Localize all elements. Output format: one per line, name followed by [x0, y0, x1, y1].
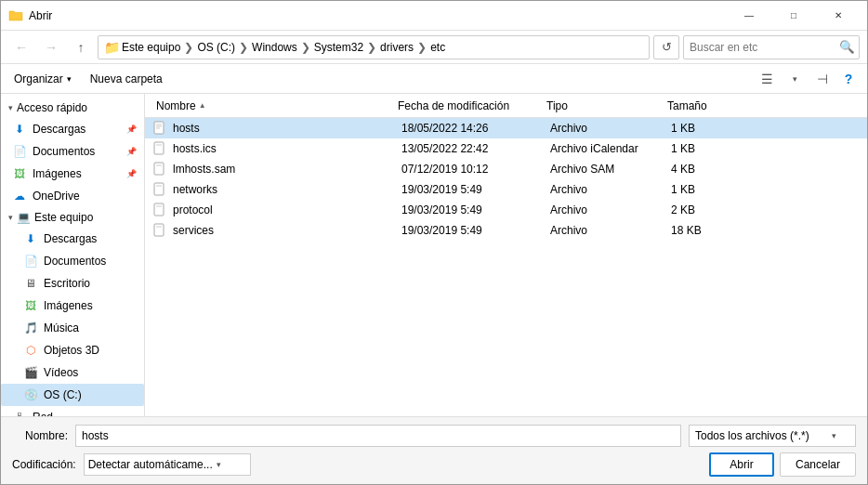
3d-icon: ⬡: [23, 343, 38, 358]
table-row[interactable]: networks 19/03/2019 5:49 Archivo 1 KB: [145, 179, 867, 200]
column-date[interactable]: Fecha de modificación: [394, 94, 543, 117]
filename-input[interactable]: [75, 425, 681, 447]
drive-icon: 💿: [23, 387, 38, 402]
view-pane-button[interactable]: ⊣: [809, 68, 835, 90]
cancel-button[interactable]: Cancelar: [780, 452, 856, 477]
organize-arrow: ▾: [67, 74, 72, 84]
quick-access-label: Acceso rápido: [17, 101, 87, 114]
expand-icon: ▾: [8, 213, 13, 222]
search-button[interactable]: 🔍: [835, 36, 859, 59]
breadcrumb-item-0[interactable]: Este equipo ❯: [122, 41, 195, 54]
sidebar-item-onedrive[interactable]: ☁ OneDrive: [1, 185, 144, 207]
open-dialog: Abrir — □ ✕ ← → ↑ 📁 Este equipo ❯ OS (C:…: [0, 0, 868, 485]
doc-icon: 📄: [12, 144, 27, 159]
navigation-toolbar: ← → ↑ 📁 Este equipo ❯ OS (C:) ❯ Windows …: [1, 31, 867, 64]
sidebar-item-red[interactable]: 🖧 Red: [1, 406, 144, 416]
sidebar-label: Escritorio: [44, 277, 90, 290]
table-row[interactable]: services 19/03/2019 5:49 Archivo 18 KB: [145, 220, 867, 241]
file-icon: [152, 223, 167, 238]
sidebar-item-imagenes-quick[interactable]: 🖼 Imágenes 📌: [1, 163, 144, 185]
open-button[interactable]: Abrir: [709, 452, 774, 477]
forward-button[interactable]: →: [38, 34, 64, 60]
column-name[interactable]: Nombre ▲: [152, 94, 394, 117]
sidebar-item-documentos-quick[interactable]: 📄 Documentos 📌: [1, 140, 144, 163]
view-dropdown-button[interactable]: ▾: [782, 68, 808, 90]
image-icon: 🖼: [23, 298, 38, 313]
table-row[interactable]: protocol 19/03/2019 5:49 Archivo 2 KB: [145, 200, 867, 220]
breadcrumb[interactable]: 📁 Este equipo ❯ OS (C:) ❯ Windows ❯ Syst…: [98, 35, 650, 59]
video-icon: 🎬: [23, 365, 38, 380]
file-icon: [152, 121, 167, 136]
breadcrumb-item-3[interactable]: System32 ❯: [314, 41, 378, 54]
new-folder-button[interactable]: Nueva carpeta: [85, 68, 168, 90]
file-icon: [152, 182, 167, 197]
this-pc-label: Este equipo: [34, 211, 93, 224]
column-type[interactable]: Tipo: [543, 94, 664, 117]
search-input[interactable]: [684, 41, 835, 54]
file-area: Nombre ▲ Fecha de modificación Tipo Tama…: [145, 94, 867, 416]
expand-icon: ▾: [8, 103, 13, 112]
download-icon: ⬇: [23, 231, 38, 246]
dialog-title: Abrir: [29, 9, 52, 22]
sidebar-label: Descargas: [33, 123, 85, 136]
sidebar-item-documentos[interactable]: 📄 Documentos: [1, 250, 144, 272]
table-row[interactable]: hosts 18/05/2022 14:26 Archivo 1 KB: [145, 118, 867, 138]
options-row: Codificación: Detectar automáticame... ▾…: [12, 452, 856, 477]
encoding-value: Detectar automáticame...: [88, 458, 213, 471]
organize-label: Organizar: [14, 72, 63, 85]
back-button[interactable]: ←: [8, 34, 34, 60]
breadcrumb-item-4[interactable]: drivers ❯: [380, 41, 428, 54]
sidebar-label: Documentos: [33, 145, 95, 158]
svg-rect-6: [154, 163, 164, 175]
sidebar-item-imagenes[interactable]: 🖼 Imágenes: [1, 295, 144, 317]
maximize-button[interactable]: □: [772, 1, 815, 31]
sidebar-label: Vídeos: [44, 366, 78, 379]
breadcrumb-item-5[interactable]: etc: [430, 41, 445, 54]
sidebar-label: OneDrive: [33, 190, 80, 203]
new-folder-label: Nueva carpeta: [90, 72, 163, 85]
svg-rect-10: [154, 203, 164, 216]
up-button[interactable]: ↑: [68, 34, 94, 60]
breadcrumb-item-1[interactable]: OS (C:) ❯: [197, 41, 250, 54]
svg-rect-12: [154, 224, 164, 236]
encoding-dropdown[interactable]: Detectar automáticame... ▾: [84, 453, 251, 476]
view-options-button[interactable]: ☰: [754, 68, 780, 90]
sidebar-item-videos[interactable]: 🎬 Vídeos: [1, 361, 144, 384]
doc-icon: 📄: [23, 254, 38, 269]
sidebar-item-osc[interactable]: 💿 OS (C:): [1, 384, 144, 406]
column-size[interactable]: Tamaño: [664, 94, 738, 117]
image-icon: 🖼: [12, 166, 27, 181]
help-button[interactable]: ?: [837, 68, 860, 90]
filename-row: Nombre: Todos los archivos (*.*) ▾: [12, 425, 856, 447]
sidebar-label: Objetos 3D: [44, 344, 99, 357]
table-row[interactable]: hosts.ics 13/05/2022 22:42 Archivo iCale…: [145, 138, 867, 159]
quick-access-header[interactable]: ▾ Acceso rápido: [1, 98, 144, 118]
filetype-dropdown[interactable]: Todos los archivos (*.*) ▾: [689, 425, 856, 447]
breadcrumb-item-2[interactable]: Windows ❯: [252, 41, 312, 54]
sidebar-item-objetos3d[interactable]: ⬡ Objetos 3D: [1, 339, 144, 361]
sidebar-label: Documentos: [44, 255, 106, 268]
sidebar-item-escritorio[interactable]: 🖥 Escritorio: [1, 272, 144, 295]
sidebar-label: Imágenes: [33, 167, 82, 180]
sidebar-item-descargas[interactable]: ⬇ Descargas: [1, 228, 144, 250]
organize-button[interactable]: Organizar ▾: [8, 68, 77, 90]
file-icon: [152, 162, 167, 177]
refresh-button[interactable]: ↺: [653, 35, 679, 59]
chevron-down-icon: ▾: [217, 460, 221, 469]
folder-icon-small: 📁: [104, 40, 120, 55]
folder-icon: [8, 8, 23, 23]
close-button[interactable]: ✕: [817, 1, 860, 31]
minimize-button[interactable]: —: [728, 1, 770, 31]
music-icon: 🎵: [23, 321, 38, 335]
file-icon: [152, 203, 167, 217]
this-pc-header[interactable]: ▾ 💻 Este equipo: [1, 207, 144, 228]
title-bar: Abrir — □ ✕: [1, 1, 867, 31]
sidebar-label: Música: [44, 321, 79, 334]
sidebar-item-descargas-quick[interactable]: ⬇ Descargas 📌: [1, 118, 144, 140]
bottom-area: Nombre: Todos los archivos (*.*) ▾ Codif…: [1, 416, 867, 484]
desktop-icon: 🖥: [23, 276, 38, 291]
main-content: ▾ Acceso rápido ⬇ Descargas 📌 📄 Document…: [1, 94, 867, 416]
table-row[interactable]: lmhosts.sam 07/12/2019 10:12 Archivo SAM…: [145, 159, 867, 179]
download-icon: ⬇: [12, 122, 27, 137]
sidebar-item-musica[interactable]: 🎵 Música: [1, 317, 144, 339]
